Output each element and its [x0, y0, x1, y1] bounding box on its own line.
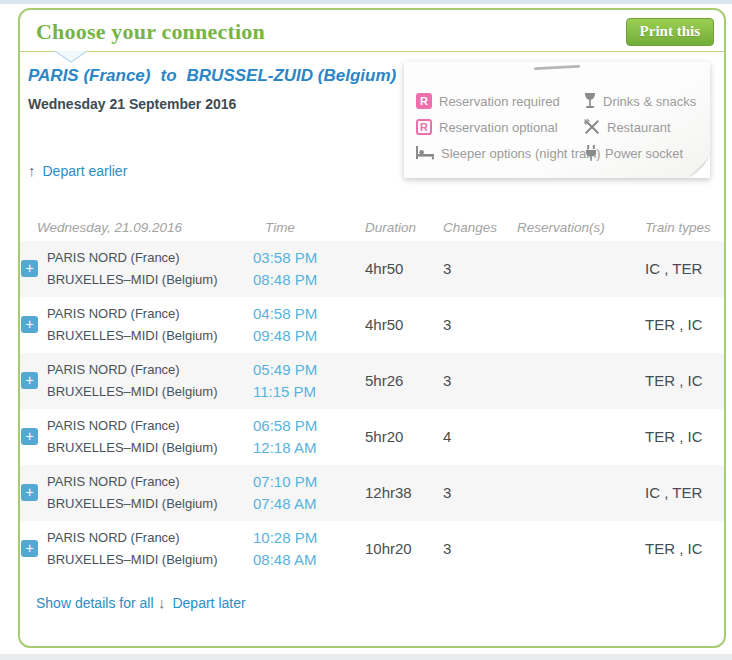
arrival-time: 07:48 AM — [253, 495, 365, 512]
departure-time: 05:49 PM — [253, 361, 365, 378]
page-top-strip — [0, 0, 732, 4]
table-row: + PARIS NORD (France) BRUXELLES–MIDI (Be… — [20, 465, 724, 521]
legend-label: Sleeper options (night train) — [441, 146, 601, 161]
changes-value: 3 — [443, 521, 517, 577]
legend-list: R Reservation required R Reservation opt… — [404, 62, 710, 178]
depart-later-link[interactable]: ↓Depart later — [158, 594, 246, 611]
arrival-time: 08:48 PM — [253, 271, 365, 288]
expand-row-button[interactable]: + — [21, 484, 38, 501]
duration-value: 5hr20 — [365, 409, 443, 465]
reservations-value — [517, 353, 645, 409]
departure-time: 06:58 PM — [253, 417, 365, 434]
departure-station: PARIS NORD (France) — [47, 250, 253, 265]
train-types-value: TER , IC — [645, 353, 724, 409]
departure-station: PARIS NORD (France) — [47, 306, 253, 321]
legend-label: Reservation optional — [439, 120, 558, 135]
legend-label: Restaurant — [607, 120, 671, 135]
up-arrow-icon: ↑ — [28, 162, 36, 179]
restaurant-icon — [584, 119, 600, 135]
reservation-optional-icon: R — [416, 119, 432, 135]
depart-earlier-link[interactable]: ↑Depart earlier — [28, 162, 127, 179]
column-header-train-types: Train types — [645, 220, 724, 235]
sleeper-icon — [416, 146, 434, 160]
reservations-value — [517, 409, 645, 465]
expand-row-button[interactable]: + — [21, 372, 38, 389]
reservations-value — [517, 241, 645, 297]
expand-row-button[interactable]: + — [21, 540, 38, 557]
legend-item-restaurant: Restaurant — [584, 114, 704, 140]
reservations-value — [517, 521, 645, 577]
legend-item-sleeper: Sleeper options (night train) — [416, 140, 584, 166]
show-details-link[interactable]: Show details for all — [36, 595, 154, 611]
table-header-row: Wednesday, 21.09.2016 Time Duration Chan… — [20, 220, 724, 235]
departure-station: PARIS NORD (France) — [47, 418, 253, 433]
train-types-value: IC , TER — [645, 465, 724, 521]
changes-value: 3 — [443, 297, 517, 353]
column-header-date: Wednesday, 21.09.2016 — [20, 220, 253, 235]
arrival-station: BRUXELLES–MIDI (Belgium) — [47, 552, 253, 567]
table-footer: Show details for all ↓Depart later — [28, 577, 714, 612]
expand-row-button[interactable]: + — [21, 316, 38, 333]
page-title: Choose your connection — [36, 19, 265, 44]
train-types-value: TER , IC — [645, 521, 724, 577]
panel-header: Choose your connection Print this — [20, 10, 724, 52]
arrival-station: BRUXELLES–MIDI (Belgium) — [47, 328, 253, 343]
down-arrow-icon: ↓ — [158, 594, 166, 611]
reservations-value — [517, 465, 645, 521]
table-row: + PARIS NORD (France) BRUXELLES–MIDI (Be… — [20, 241, 724, 297]
table-row: + PARIS NORD (France) BRUXELLES–MIDI (Be… — [20, 297, 724, 353]
legend-note: R Reservation required R Reservation opt… — [404, 62, 710, 178]
legend-label: Power socket — [605, 146, 683, 161]
reservations-value — [517, 297, 645, 353]
changes-value: 3 — [443, 465, 517, 521]
reservation-required-icon: R — [416, 93, 432, 109]
departure-time: 03:58 PM — [253, 249, 365, 266]
column-header-time: Time — [253, 220, 365, 235]
route-from: PARIS (France) — [28, 66, 151, 85]
departure-station: PARIS NORD (France) — [47, 362, 253, 377]
print-button[interactable]: Print this — [626, 18, 714, 46]
departure-station: PARIS NORD (France) — [47, 474, 253, 489]
arrival-station: BRUXELLES–MIDI (Belgium) — [47, 384, 253, 399]
changes-value: 4 — [443, 409, 517, 465]
legend-item-reservation-optional: R Reservation optional — [416, 114, 584, 140]
legend-item-power: Power socket — [584, 140, 704, 166]
page-bottom-strip — [0, 654, 732, 660]
departure-time: 04:58 PM — [253, 305, 365, 322]
duration-value: 5hr26 — [365, 353, 443, 409]
duration-value: 4hr50 — [365, 241, 443, 297]
legend-label: Reservation required — [439, 94, 560, 109]
column-header-reservations: Reservation(s) — [517, 220, 645, 235]
power-icon — [584, 145, 598, 161]
train-types-value: IC , TER — [645, 241, 724, 297]
depart-later-label: Depart later — [172, 595, 245, 611]
table-row: + PARIS NORD (France) BRUXELLES–MIDI (Be… — [20, 521, 724, 577]
duration-value: 12hr38 — [365, 465, 443, 521]
duration-value: 4hr50 — [365, 297, 443, 353]
connections-table: Wednesday, 21.09.2016 Time Duration Chan… — [20, 220, 724, 577]
column-header-changes: Changes — [443, 220, 517, 235]
train-types-value: TER , IC — [645, 409, 724, 465]
duration-value: 10hr20 — [365, 521, 443, 577]
arrival-station: BRUXELLES–MIDI (Belgium) — [47, 440, 253, 455]
train-types-value: TER , IC — [645, 297, 724, 353]
arrival-time: 09:48 PM — [253, 327, 365, 344]
changes-value: 3 — [443, 353, 517, 409]
route-to: BRUSSEL-ZUID (Belgium) — [187, 66, 397, 85]
arrival-time: 08:48 AM — [253, 551, 365, 568]
departure-time: 07:10 PM — [253, 473, 365, 490]
drinks-icon — [584, 93, 596, 109]
depart-earlier-label: Depart earlier — [43, 163, 128, 179]
expand-row-button[interactable]: + — [21, 428, 38, 445]
panel-content: PARIS (France)toBRUSSEL-ZUID (Belgium) W… — [20, 52, 724, 612]
departure-time: 10:28 PM — [253, 529, 365, 546]
arrival-time: 11:15 PM — [253, 383, 365, 400]
table-row: + PARIS NORD (France) BRUXELLES–MIDI (Be… — [20, 353, 724, 409]
legend-label: Drinks & snacks — [603, 94, 696, 109]
expand-row-button[interactable]: + — [21, 260, 38, 277]
route-connector: to — [161, 66, 177, 85]
changes-value: 3 — [443, 241, 517, 297]
arrival-station: BRUXELLES–MIDI (Belgium) — [47, 496, 253, 511]
table-body: + PARIS NORD (France) BRUXELLES–MIDI (Be… — [20, 241, 724, 577]
arrival-time: 12:18 AM — [253, 439, 365, 456]
